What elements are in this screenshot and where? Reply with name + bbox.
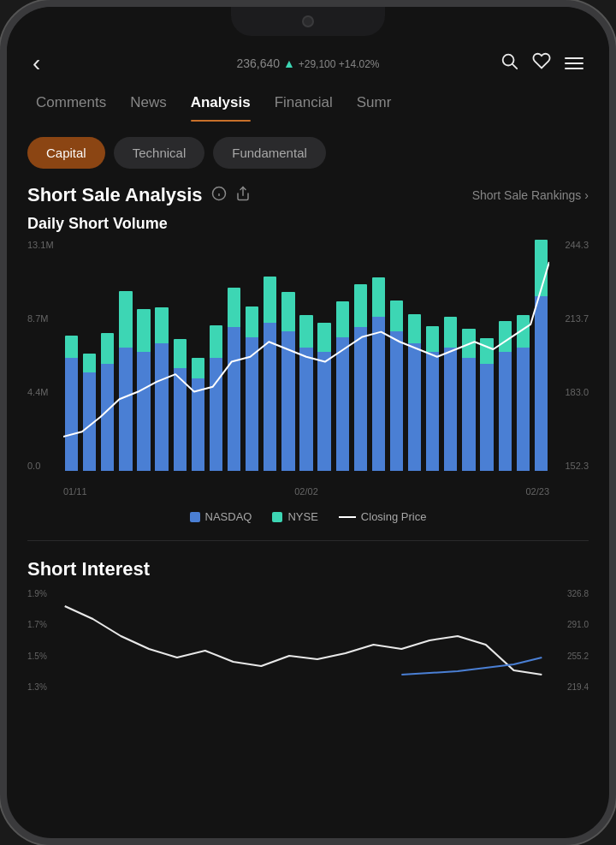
- y-label-top: 13.1M: [27, 240, 54, 250]
- bar-nasdaq: [299, 348, 312, 471]
- search-button[interactable]: [500, 51, 518, 75]
- bar-group: [515, 240, 531, 471]
- segment-capital[interactable]: Capital: [27, 137, 105, 169]
- bar-group: [81, 240, 98, 471]
- nasdaq-dot: [190, 512, 200, 522]
- short-interest-section: Short Interest 1.9% 1.7% 1.5% 1.3% 326.8…: [7, 541, 609, 700]
- bar-nasdaq: [354, 327, 367, 471]
- segment-technical[interactable]: Technical: [114, 137, 205, 169]
- bar-nasdaq: [281, 331, 294, 471]
- bar-nasdaq: [137, 352, 150, 471]
- bar-group: [262, 240, 278, 471]
- nyse-dot: [272, 512, 282, 522]
- bar-nasdaq: [101, 364, 114, 471]
- segment-fundamental[interactable]: Fundamental: [213, 137, 326, 169]
- bar-nyse: [281, 292, 294, 331]
- bar-nasdaq: [499, 352, 512, 471]
- bar-nasdaq: [317, 352, 330, 471]
- bar-group: [460, 240, 477, 471]
- bar-nyse: [228, 288, 240, 327]
- nyse-label: NYSE: [287, 510, 317, 523]
- bar-group: [424, 240, 441, 471]
- bar-nyse: [264, 277, 276, 323]
- tab-analysis[interactable]: Analysis: [179, 87, 263, 122]
- bars-area: [63, 240, 549, 471]
- back-button[interactable]: ‹: [33, 50, 40, 77]
- short-interest-title: Short Interest: [27, 558, 589, 580]
- chart-area: 13.1M 8.7M 4.4M 0.0: [27, 240, 589, 497]
- bar-nasdaq: [174, 368, 187, 471]
- bar-nasdaq: [390, 331, 403, 471]
- bar-group: [226, 240, 242, 471]
- chevron-right-icon: ›: [584, 188, 589, 202]
- y-right-mid1: 213.7: [565, 313, 589, 324]
- bar-nasdaq: [372, 317, 385, 471]
- bar-nasdaq: [210, 358, 222, 471]
- price-area: 236,640 ▲ +29,100 +14.02%: [236, 57, 379, 70]
- bar-group: [190, 240, 206, 471]
- tab-news[interactable]: News: [118, 87, 179, 122]
- short-sale-header: Short Sale Analysis: [7, 181, 609, 215]
- bar-nasdaq: [408, 343, 421, 471]
- bar-nasdaq: [155, 343, 168, 471]
- bar-nasdaq: [480, 364, 493, 471]
- phone-frame: ‹ 236,640 ▲ +29,100 +14.02%: [0, 0, 616, 845]
- bar-nyse: [317, 323, 330, 352]
- tab-financial[interactable]: Financial: [263, 87, 345, 122]
- x-label-mid: 02/02: [294, 486, 318, 497]
- svg-line-1: [512, 64, 517, 68]
- menu-button[interactable]: [565, 57, 583, 69]
- closing-price-label: Closing Price: [361, 510, 427, 523]
- tab-summary[interactable]: Sumr: [345, 87, 404, 122]
- bar-nyse: [354, 284, 367, 327]
- top-icons: [500, 51, 583, 75]
- bar-nyse: [192, 358, 204, 378]
- bar-group: [99, 240, 116, 471]
- bar-group: [244, 240, 260, 471]
- bar-nyse: [246, 306, 258, 337]
- y-right-mid2: 183.0: [565, 387, 589, 397]
- bar-group: [172, 240, 188, 471]
- bar-nasdaq: [83, 372, 96, 471]
- tab-comments[interactable]: Comments: [24, 87, 118, 122]
- bar-nyse: [535, 240, 548, 296]
- tab-navigation: Comments News Analysis Financial Sumr: [7, 77, 609, 122]
- legend-nyse: NYSE: [272, 510, 317, 523]
- segment-control: Capital Technical Fundamental: [7, 122, 609, 181]
- si-y-mid1: 1.7%: [27, 620, 47, 629]
- bar-nyse: [480, 338, 493, 364]
- bar-nyse: [372, 277, 385, 317]
- bar-nyse: [210, 325, 222, 358]
- y-right-bottom: 152.3: [565, 461, 589, 471]
- price-value: 236,640: [236, 57, 280, 70]
- chart-container: 13.1M 8.7M 4.4M 0.0: [7, 240, 609, 497]
- bar-group: [479, 240, 495, 471]
- y-right-top: 244.3: [565, 240, 589, 250]
- bar-nyse: [299, 315, 312, 348]
- si-y-bottom: 1.3%: [27, 682, 47, 692]
- bar-nasdaq: [444, 348, 457, 471]
- info-icon[interactable]: [211, 186, 227, 205]
- si-y-top: 1.9%: [27, 589, 47, 598]
- bar-nyse: [426, 326, 439, 352]
- bar-group: [117, 240, 133, 471]
- bar-nyse: [499, 321, 512, 352]
- bar-nyse: [137, 309, 150, 352]
- y-label-mid1: 8.7M: [27, 313, 48, 324]
- bar-group: [335, 240, 351, 471]
- si-y-right-bottom: 219.4: [567, 682, 589, 692]
- watchlist-button[interactable]: [532, 51, 551, 75]
- bar-nyse: [336, 301, 349, 337]
- legend-closing-price: Closing Price: [339, 510, 427, 523]
- legend-nasdaq: NASDAQ: [190, 510, 252, 523]
- bar-nyse: [83, 354, 96, 372]
- bar-group: [135, 240, 151, 471]
- bar-nasdaq: [192, 378, 204, 471]
- bar-nasdaq: [535, 296, 548, 471]
- price-indicator: ▲: [283, 57, 295, 70]
- bar-nyse: [408, 314, 421, 343]
- bar-group: [154, 240, 170, 471]
- share-icon[interactable]: [235, 186, 251, 205]
- closing-price-line: [339, 516, 356, 518]
- rankings-link[interactable]: Short Sale Rankings ›: [472, 188, 589, 202]
